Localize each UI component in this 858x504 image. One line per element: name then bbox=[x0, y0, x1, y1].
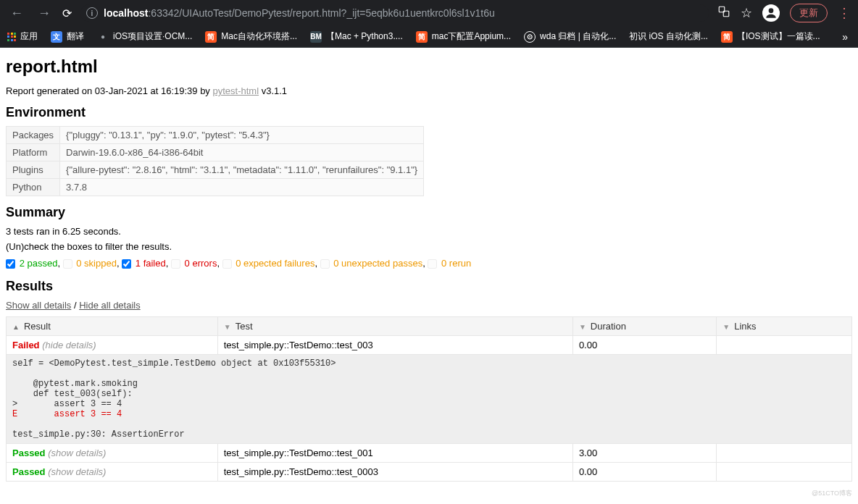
filter-xfailed: 0 expected failures, bbox=[222, 258, 317, 269]
col-test-header[interactable]: ▼Test bbox=[217, 317, 572, 336]
bookmark-label: Mac自动化环境搭... bbox=[221, 30, 297, 43]
apps-shortcut[interactable]: 应用 bbox=[7, 30, 38, 43]
env-row: Plugins{"allure-pytest": "2.8.16", "html… bbox=[7, 161, 424, 179]
env-key: Plugins bbox=[7, 161, 60, 179]
apps-grid-icon bbox=[7, 33, 16, 41]
browser-actions: ☆ 更新 ⋮ bbox=[717, 4, 851, 22]
bookmark-label: wda 归档 | 自动化... bbox=[540, 30, 616, 43]
toggle-details-link[interactable]: (show details) bbox=[48, 448, 106, 458]
bookmark-label: iOS项目设置·OCM... bbox=[113, 30, 192, 43]
result-cell: Passed (show details) bbox=[7, 463, 218, 482]
favicon-icon: 简 bbox=[721, 31, 733, 43]
translate-icon[interactable] bbox=[717, 5, 730, 21]
filter-errors-label: 0 errors bbox=[185, 258, 217, 269]
favicon-icon: 简 bbox=[205, 31, 217, 43]
bookmark-label: 初识 iOS 自动化测... bbox=[629, 30, 708, 43]
bookmark-item[interactable]: ⊙wda 归档 | 自动化... bbox=[524, 30, 616, 43]
env-row: PlatformDarwin-19.6.0-x86_64-i386-64bit bbox=[7, 144, 424, 161]
filter-xpassed: 0 unexpected passes, bbox=[320, 258, 425, 269]
generator-version: v3.1.1 bbox=[259, 85, 287, 96]
result-row: Failed (hide details) test_simple.py::Te… bbox=[7, 336, 852, 355]
traceback-cell: self = <DemoPytest.test_simple.TestDemo … bbox=[7, 355, 852, 444]
url-path: /UIAutoTest/DemoPytest/report.html?_ijt=… bbox=[179, 7, 494, 19]
filter-passed-checkbox[interactable] bbox=[6, 259, 15, 269]
env-value: {"allure-pytest": "2.8.16", "html": "3.1… bbox=[60, 161, 424, 179]
result-row: Passed (show details) test_simple.py::Te… bbox=[7, 463, 852, 482]
filter-rerun: 0 rerun bbox=[428, 258, 471, 269]
toggle-details-link[interactable]: (show details) bbox=[48, 466, 106, 477]
results-header-row: ▲Result ▼Test ▼Duration ▼Links bbox=[7, 317, 852, 336]
reload-button[interactable]: ⟳ bbox=[62, 7, 72, 20]
bookmark-item[interactable]: 文翻译 bbox=[51, 30, 84, 43]
sort-asc-icon: ▲ bbox=[12, 323, 20, 331]
duration-cell: 0.00 bbox=[572, 336, 716, 355]
show-all-link[interactable]: Show all details bbox=[6, 300, 71, 311]
browser-menu-icon[interactable]: ⋮ bbox=[838, 5, 851, 21]
result-status: Passed bbox=[12, 466, 46, 477]
duration-cell: 0.00 bbox=[572, 463, 716, 482]
filter-failed-checkbox[interactable] bbox=[122, 259, 131, 269]
results-heading: Results bbox=[6, 279, 852, 294]
bookmark-item[interactable]: 初识 iOS 自动化测... bbox=[629, 30, 708, 43]
nav-forward-button[interactable]: → bbox=[35, 6, 54, 21]
bookmark-star-icon[interactable]: ☆ bbox=[741, 5, 752, 21]
bookmark-label: mac下配置Appium... bbox=[432, 30, 511, 43]
bookmarks-overflow-icon[interactable]: » bbox=[842, 31, 851, 43]
env-row: Python3.7.8 bbox=[7, 179, 424, 196]
col-links-header[interactable]: ▼Links bbox=[717, 317, 852, 336]
url-port: :63342 bbox=[148, 7, 179, 19]
favicon-icon: BM bbox=[310, 31, 322, 43]
col-result-header[interactable]: ▲Result bbox=[7, 317, 218, 336]
filter-skipped-label: 0 skipped bbox=[76, 258, 117, 269]
summary-line: 3 tests ran in 6.25 seconds. bbox=[6, 226, 852, 237]
favicon-icon: ⊙ bbox=[524, 31, 536, 43]
url-host: localhost bbox=[104, 7, 148, 19]
environment-heading: Environment bbox=[6, 105, 852, 120]
filter-failed-label: 1 failed bbox=[136, 258, 166, 269]
browser-top-bar: ← → ⟳ i localhost:63342/UIAutoTest/DemoP… bbox=[0, 0, 858, 26]
sort-icon: ▼ bbox=[579, 323, 586, 331]
generated-text: Report generated on 03-Jan-2021 at 16:19… bbox=[6, 85, 213, 96]
bookmarks-bar: 应用 文翻译 ●iOS项目设置·OCM... 简Mac自动化环境搭... BM【… bbox=[0, 26, 858, 48]
address-bar[interactable]: i localhost:63342/UIAutoTest/DemoPytest/… bbox=[80, 4, 709, 22]
col-duration-header[interactable]: ▼Duration bbox=[572, 317, 716, 336]
results-table: ▲Result ▼Test ▼Duration ▼Links Failed (h… bbox=[6, 316, 852, 482]
bookmark-item[interactable]: 简Mac自动化环境搭... bbox=[205, 30, 297, 43]
sort-icon: ▼ bbox=[722, 323, 730, 331]
report-content: report.html Report generated on 03-Jan-2… bbox=[0, 48, 858, 487]
test-cell: test_simple.py::TestDemo::test_0003 bbox=[217, 463, 572, 482]
env-value: Darwin-19.6.0-x86_64-i386-64bit bbox=[60, 144, 424, 161]
generator-link[interactable]: pytest-html bbox=[213, 85, 259, 96]
bookmark-item[interactable]: 简mac下配置Appium... bbox=[416, 30, 511, 43]
filter-xfailed-checkbox bbox=[222, 259, 232, 269]
test-cell: test_simple.py::TestDemo::test_001 bbox=[217, 444, 572, 463]
site-info-icon[interactable]: i bbox=[86, 7, 98, 19]
environment-table: Packages{"pluggy": "0.13.1", "py": "1.9.… bbox=[6, 126, 424, 196]
filter-failed[interactable]: 1 failed, bbox=[122, 258, 168, 269]
nav-back-button[interactable]: ← bbox=[7, 6, 26, 21]
update-button[interactable]: 更新 bbox=[790, 4, 828, 22]
filter-skipped: 0 skipped, bbox=[63, 258, 120, 269]
env-value: {"pluggy": "0.13.1", "py": "1.9.0", "pyt… bbox=[60, 127, 424, 144]
bookmark-item[interactable]: BM【Mac + Python3.... bbox=[310, 30, 403, 43]
toggle-details-link[interactable]: (hide details) bbox=[42, 340, 96, 350]
svg-point-2 bbox=[769, 8, 774, 13]
filter-passed-label: 2 passed bbox=[20, 258, 58, 269]
env-row: Packages{"pluggy": "0.13.1", "py": "1.9.… bbox=[7, 127, 424, 144]
summary-heading: Summary bbox=[6, 205, 852, 220]
filter-xpassed-checkbox bbox=[320, 259, 330, 269]
filter-xpassed-label: 0 unexpected passes bbox=[333, 258, 422, 269]
bookmark-label: 翻译 bbox=[67, 30, 84, 43]
bookmark-item[interactable]: ●iOS项目设置·OCM... bbox=[97, 30, 192, 43]
filter-skipped-checkbox bbox=[63, 259, 72, 269]
result-cell: Failed (hide details) bbox=[7, 336, 218, 355]
filter-errors: 0 errors, bbox=[171, 258, 220, 269]
traceback-row: self = <DemoPytest.test_simple.TestDemo … bbox=[7, 355, 852, 444]
result-status: Passed bbox=[12, 448, 46, 458]
profile-avatar[interactable] bbox=[762, 4, 780, 22]
filter-hint: (Un)check the boxes to filter the result… bbox=[6, 241, 852, 252]
filter-passed[interactable]: 2 passed, bbox=[6, 258, 60, 269]
hide-all-link[interactable]: Hide all details bbox=[79, 300, 141, 311]
bookmark-item[interactable]: 简【IOS测试】一篇读... bbox=[721, 30, 820, 43]
detail-links: Show all details / Hide all details bbox=[6, 300, 852, 311]
